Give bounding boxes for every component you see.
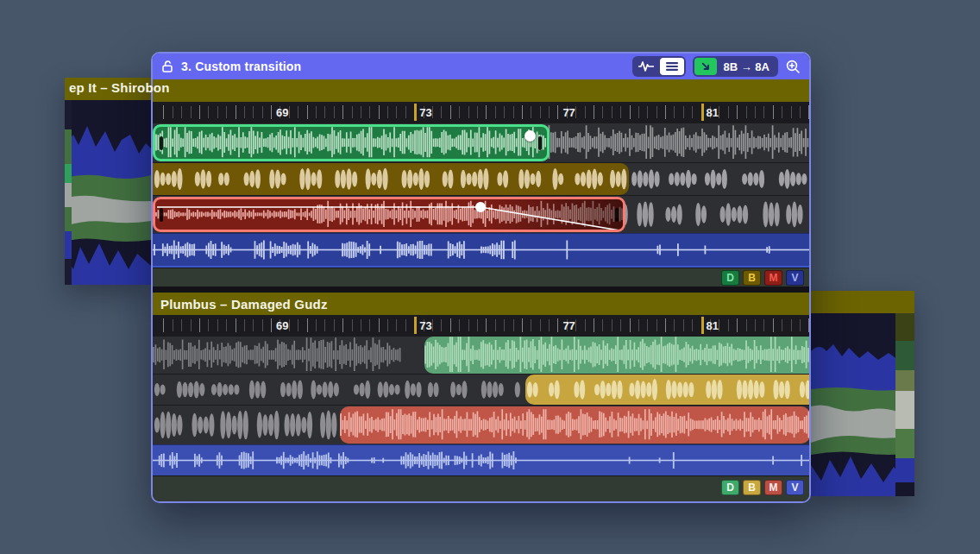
ruler-tick (773, 105, 774, 119)
ruler-tick (540, 319, 541, 331)
ruler-tick (369, 319, 370, 331)
ruler-tick (262, 319, 263, 331)
track1-melody-row (153, 123, 809, 162)
ruler-tick (549, 319, 550, 331)
stem-toggle-b[interactable]: B (743, 270, 761, 286)
track1-stem-toggles: DBMV (153, 268, 809, 286)
region-trim-handle-left[interactable] (160, 208, 163, 222)
ruler-tick (630, 318, 631, 332)
ruler-tick (307, 105, 308, 119)
ruler-tick (612, 106, 612, 118)
ruler-tick (289, 319, 290, 331)
ruler-tick (522, 318, 523, 332)
stem-toggle-m[interactable]: M (764, 480, 782, 495)
track1-timeline-ruler[interactable]: 69737781 (153, 102, 809, 123)
region-trim-handle-right[interactable] (615, 208, 619, 222)
ruler-tick (226, 106, 227, 118)
stem-toggle-b[interactable]: B (743, 480, 761, 495)
ruler-tick (638, 319, 639, 331)
track1-energy-art (65, 100, 151, 285)
waveform (153, 234, 809, 266)
key-transition-group: 8B → 8A (693, 56, 778, 77)
stem-toggle-m[interactable]: M (764, 270, 782, 286)
waveform (340, 406, 809, 444)
ruler-label: 77 (562, 106, 575, 119)
ruler-tick (504, 319, 505, 331)
ruler-tick (737, 318, 738, 332)
region-trim-handle-right[interactable] (538, 136, 542, 150)
ruler-tick (432, 106, 433, 118)
ruler-tick (540, 106, 541, 118)
stem-region-drums[interactable] (153, 197, 625, 232)
stem-region-melody[interactable] (424, 337, 809, 374)
ruler-tick (324, 319, 325, 331)
waveform (153, 375, 524, 405)
ruler-tick (352, 319, 353, 331)
window-titlebar[interactable]: 3. Custom transition (153, 54, 809, 79)
ruler-tick (585, 319, 586, 331)
ruler-tick (791, 106, 792, 118)
region-trim-handle-left[interactable] (160, 136, 163, 150)
waveform (525, 375, 809, 405)
stem-toggle-v[interactable]: V (786, 480, 804, 495)
track2-overview-backdrop (811, 291, 914, 496)
stem-region-drums[interactable] (340, 406, 809, 444)
ruler-label: 73 (419, 106, 431, 119)
ruler-tick (575, 106, 576, 118)
ruler-tick (746, 106, 747, 118)
ruler-tick (450, 105, 451, 119)
ruler-tick (647, 106, 648, 118)
ruler-tick (459, 106, 460, 118)
ruler-tick (808, 318, 809, 332)
ruler-tick (441, 106, 442, 118)
ruler-tick (208, 319, 209, 331)
volume-automation-line[interactable] (155, 199, 623, 232)
track2-energy-art (811, 313, 914, 496)
ruler-tick (486, 318, 487, 332)
stem-region-melody[interactable] (153, 124, 550, 161)
ruler-tick (585, 106, 586, 118)
ruler-tick (236, 318, 236, 332)
ruler-tick (504, 106, 505, 118)
ruler-tick (163, 105, 164, 119)
ruler-tick (728, 319, 729, 331)
ruler-tick (746, 319, 747, 331)
track2-timeline-ruler[interactable]: 69737781 (153, 315, 809, 336)
track2-drums-row (153, 405, 809, 444)
track1-vocals-row[interactable] (153, 233, 809, 268)
stem-region-bass[interactable] (525, 375, 809, 405)
stem-toggle-d[interactable]: D (721, 480, 739, 495)
unlock-icon[interactable] (160, 60, 174, 73)
ruler-tick (620, 106, 621, 118)
fade-direction-button[interactable] (694, 58, 717, 75)
zoom-in-icon[interactable] (785, 59, 801, 75)
ruler-tick (361, 319, 361, 331)
stem-toggle-d[interactable]: D (721, 270, 739, 286)
ruler-tick (236, 105, 236, 119)
ruler-tick (477, 319, 478, 331)
ruler-tick (674, 319, 675, 331)
waveform (424, 337, 809, 374)
stem-toggle-v[interactable]: V (786, 270, 804, 286)
ruler-tick (808, 105, 809, 119)
waveform-view-button[interactable] (634, 58, 658, 75)
track2-header: Plumbus – Damaged Gudz (153, 293, 809, 315)
list-view-button[interactable] (660, 58, 684, 75)
track2-vocals-row[interactable] (153, 444, 809, 475)
ruler-tick (352, 106, 353, 118)
track1-bass-row (153, 162, 809, 195)
stem-region-bass[interactable] (153, 163, 629, 195)
ruler-tick (800, 319, 801, 331)
ruler-tick (737, 105, 738, 119)
track2-title: Plumbus – Damaged Gudz (153, 297, 328, 312)
app-background: 3. Custom transition (0, 0, 980, 554)
ruler-tick (513, 106, 514, 118)
ruler-accent-tick (701, 317, 704, 334)
ruler-tick (191, 319, 192, 331)
automation-point[interactable] (525, 130, 536, 142)
ruler-tick (728, 106, 729, 118)
ruler-tick (638, 106, 639, 118)
ruler-tick (531, 106, 531, 118)
ruler-tick (199, 105, 200, 119)
ruler-tick (683, 106, 684, 118)
